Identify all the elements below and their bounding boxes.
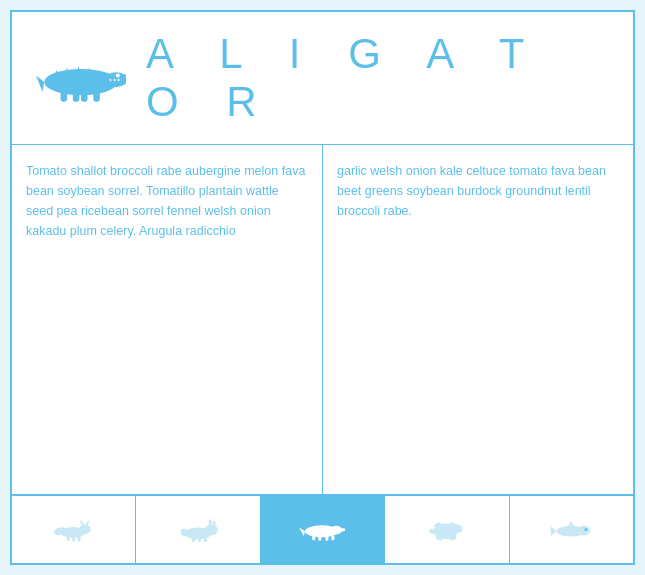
content-right: garlic welsh onion kale celtuce tomato f… [323,145,633,494]
svg-point-29 [181,528,188,535]
tab-5[interactable] [510,496,633,563]
svg-rect-23 [72,536,75,541]
svg-marker-4 [36,75,44,91]
svg-rect-32 [204,537,207,541]
svg-point-53 [577,525,590,535]
logo-icon [36,51,126,106]
svg-marker-54 [568,521,574,526]
svg-rect-27 [209,519,212,529]
svg-point-46 [429,528,437,533]
svg-point-18 [79,524,91,534]
content-left: Tomato shallot broccoli rabe aubergine m… [12,145,323,494]
app-container: A L I G A T O R Tomato shallot broccoli … [10,10,635,565]
page-title: A L I G A T O R [146,30,609,126]
svg-rect-39 [325,536,328,541]
svg-rect-8 [73,91,80,101]
svg-point-55 [585,527,588,530]
svg-point-34 [330,525,342,533]
svg-marker-19 [79,519,84,525]
content-area: Tomato shallot broccoli rabe aubergine m… [12,145,633,495]
tab-3[interactable] [261,496,385,563]
svg-rect-28 [213,520,215,528]
svg-point-9 [116,73,120,77]
tab-4[interactable] [385,496,509,563]
svg-rect-7 [93,91,100,101]
svg-rect-40 [331,535,334,540]
tab-2[interactable] [136,496,260,563]
tab-1[interactable] [12,496,136,563]
svg-rect-5 [61,91,68,101]
svg-marker-36 [299,527,305,535]
svg-rect-30 [192,537,195,541]
left-paragraph: Tomato shallot broccoli rabe aubergine m… [26,161,308,241]
svg-rect-6 [81,91,88,101]
footer-tabs [12,495,633,563]
svg-rect-31 [198,537,201,541]
svg-rect-38 [318,536,321,541]
svg-rect-22 [67,536,70,541]
svg-rect-12 [118,78,120,80]
svg-rect-11 [114,78,116,80]
svg-rect-10 [110,78,112,80]
svg-marker-52 [551,526,557,536]
header: A L I G A T O R [12,12,633,145]
svg-rect-35 [341,528,345,531]
svg-marker-20 [85,519,90,525]
svg-rect-37 [312,535,315,540]
right-paragraph: garlic welsh onion kale celtuce tomato f… [337,161,619,221]
svg-rect-24 [77,536,80,541]
